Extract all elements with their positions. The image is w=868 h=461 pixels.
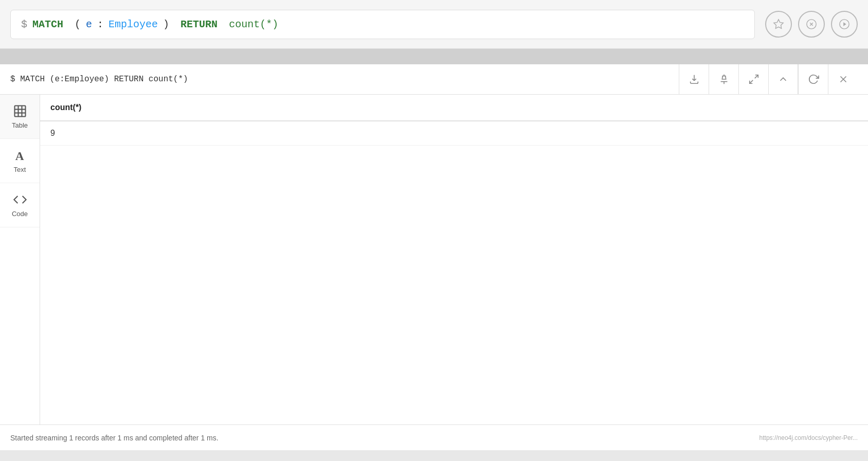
keyword-return: RETURN [174,19,218,30]
text-icon: A [13,148,27,163]
query-input[interactable]: $ MATCH (e:Employee) RETURN count(*) [10,10,755,39]
result-toolbar [679,64,858,94]
cell-count-value: 9 [40,121,868,146]
refresh-button[interactable] [798,64,828,94]
run-button[interactable] [831,11,858,38]
status-text: Started streaming 1 records after 1 ms a… [10,434,219,442]
result-table: count(*) 9 [40,95,868,146]
favorite-button[interactable] [765,11,792,38]
label-employee: Employee [109,19,158,30]
tab-code-label: Code [12,210,28,218]
tab-table[interactable]: Table [0,95,40,139]
keyword-match: MATCH [32,19,63,30]
column-header-count: count(*) [40,95,868,121]
tab-code[interactable]: Code [0,183,40,227]
status-bar: Started streaming 1 records after 1 ms a… [0,424,868,450]
tab-table-label: Table [12,121,28,129]
svg-marker-5 [843,22,846,26]
svg-marker-0 [774,20,783,28]
expand-button[interactable] [738,64,768,94]
svg-line-8 [754,75,757,78]
svg-text:A: A [15,149,24,163]
view-sidebar: Table A Text Code [0,95,40,424]
top-query-bar: $ MATCH (e:Employee) RETURN count(*) [0,0,868,49]
table-row: 9 [40,121,868,146]
colon: : [97,19,103,30]
result-header-bar: $ MATCH (e:Employee) RETURN count(*) [0,64,868,95]
result-query-text: $ MATCH (e:Employee) RETURN count(*) [10,75,188,84]
dollar-sign: $ [21,19,27,30]
paren-open: ( [68,19,81,30]
func-count: count(*) [223,19,278,30]
code-icon [13,192,27,207]
main-area: $ MATCH (e:Employee) RETURN count(*) [0,64,868,450]
paren-close: ) [163,19,169,30]
var-e: e [86,19,92,30]
close-result-button[interactable] [828,64,858,94]
table-header-row: count(*) [40,95,868,121]
scroll-up-button[interactable] [768,64,798,94]
table-icon [13,104,27,118]
svg-line-9 [749,80,752,83]
content-split: Table A Text Code [0,95,868,424]
spacer-bar [0,49,868,64]
svg-rect-12 [14,106,25,117]
tab-text-label: Text [14,166,26,173]
table-view: count(*) 9 [40,95,868,424]
download-button[interactable] [679,64,709,94]
cancel-button[interactable] [798,11,825,38]
top-action-buttons [765,11,858,38]
pin-button[interactable] [709,64,738,94]
tab-text[interactable]: A Text [0,139,40,183]
status-url: https://neo4j.com/docs/cypher-Per... [760,434,858,441]
